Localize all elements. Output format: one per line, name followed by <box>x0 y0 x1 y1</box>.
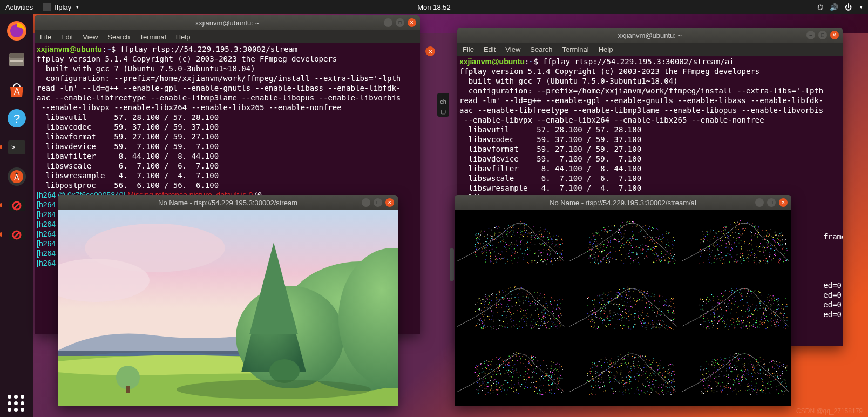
svg-rect-445 <box>656 237 657 237</box>
svg-rect-288 <box>561 238 562 238</box>
svg-rect-2445 <box>484 374 484 374</box>
svg-rect-449 <box>660 261 661 262</box>
minimize-icon[interactable]: – <box>806 31 815 39</box>
svg-rect-1443 <box>545 313 545 314</box>
svg-rect-1347 <box>503 298 503 298</box>
svg-rect-2089 <box>755 309 755 310</box>
activities-button[interactable]: Activities <box>5 3 33 11</box>
minimize-icon[interactable]: – <box>384 18 392 27</box>
dock-item-ffplay-2[interactable] <box>3 221 30 248</box>
menu-file[interactable]: File <box>463 45 474 53</box>
svg-rect-1921 <box>664 300 665 300</box>
dock-item-files[interactable] <box>3 46 30 73</box>
svg-rect-2042 <box>761 317 762 317</box>
svg-rect-794 <box>754 255 755 255</box>
svg-rect-2851 <box>633 365 634 366</box>
svg-rect-534 <box>670 247 670 247</box>
svg-rect-3409 <box>754 390 755 391</box>
close-icon[interactable]: ✕ <box>408 18 416 27</box>
svg-rect-2430 <box>525 366 525 366</box>
svg-rect-1754 <box>635 313 636 314</box>
svg-rect-2455 <box>484 383 484 384</box>
topbar-app-menu[interactable]: ffplay▾ <box>43 3 79 11</box>
svg-rect-2601 <box>487 364 488 364</box>
close-icon[interactable]: ✕ <box>830 31 839 39</box>
maximize-icon[interactable]: □ <box>374 198 382 207</box>
svg-rect-2109 <box>740 290 740 290</box>
menu-terminal[interactable]: Terminal <box>562 45 589 53</box>
terminal-1-titlebar[interactable]: xxjianvm@ubuntu: ~ – □ ✕ <box>35 15 420 30</box>
menu-view[interactable]: View <box>83 33 98 41</box>
svg-rect-2556 <box>556 387 557 387</box>
svg-rect-238 <box>484 236 485 236</box>
power-icon[interactable]: ⏻ <box>845 3 852 11</box>
close-icon[interactable]: ✕ <box>385 198 394 207</box>
menu-file[interactable]: File <box>40 33 51 41</box>
svg-rect-1903 <box>655 327 655 327</box>
svg-rect-302 <box>514 225 514 226</box>
svg-rect-2836 <box>664 373 664 373</box>
svg-rect-1401 <box>539 318 540 319</box>
svg-rect-365 <box>476 254 476 255</box>
network-icon[interactable]: ⌬ <box>817 3 823 11</box>
svg-rect-732 <box>602 239 602 239</box>
svg-rect-1046 <box>725 263 725 263</box>
svg-rect-1779 <box>641 323 642 324</box>
svg-rect-1554 <box>619 293 620 294</box>
svg-rect-1687 <box>657 324 657 325</box>
ffplay-2-video[interactable] <box>455 210 791 406</box>
menu-search[interactable]: Search <box>530 45 552 53</box>
chevron-down-icon[interactable]: ▾ <box>860 4 863 10</box>
dock-item-updater[interactable]: A <box>3 163 30 190</box>
minimize-icon[interactable]: – <box>755 198 764 207</box>
ffplay-window-1[interactable]: No Name - rtsp://54.229.195.3:30002/stre… <box>58 195 398 406</box>
menu-help[interactable]: Help <box>176 33 191 41</box>
svg-rect-2206 <box>710 300 710 301</box>
svg-rect-1541 <box>527 321 527 321</box>
svg-rect-1077 <box>782 244 783 245</box>
svg-rect-1613 <box>631 306 632 307</box>
maximize-icon[interactable]: □ <box>818 31 827 39</box>
show-apps-button[interactable] <box>8 395 24 412</box>
terminal-2-titlebar[interactable]: xxjianvm@ubuntu: ~ – □ ✕ <box>457 28 843 43</box>
svg-rect-895 <box>741 246 742 247</box>
dock-item-ffplay-1[interactable] <box>3 192 30 219</box>
svg-rect-533 <box>593 243 594 244</box>
svg-rect-2362 <box>478 371 479 371</box>
topbar-clock[interactable]: Mon 18:52 <box>417 3 450 11</box>
volume-icon[interactable]: 🔊 <box>830 3 838 11</box>
svg-rect-101 <box>497 236 498 237</box>
dock-item-help[interactable]: ? <box>3 105 30 132</box>
svg-rect-1417 <box>490 315 490 315</box>
menu-view[interactable]: View <box>505 45 520 53</box>
svg-rect-586 <box>655 252 655 252</box>
svg-rect-184 <box>506 233 506 233</box>
svg-rect-3397 <box>782 376 782 376</box>
close-icon[interactable]: ✕ <box>779 198 788 207</box>
svg-rect-2507 <box>490 364 490 365</box>
menu-help[interactable]: Help <box>599 45 613 53</box>
svg-rect-2293 <box>713 300 714 300</box>
svg-rect-1649 <box>642 315 642 316</box>
svg-rect-1397 <box>530 306 530 306</box>
dock-item-firefox[interactable] <box>3 17 30 44</box>
menu-edit[interactable]: Edit <box>61 33 73 41</box>
svg-rect-1669 <box>621 294 621 295</box>
svg-rect-1019 <box>784 253 785 253</box>
minimize-icon[interactable]: – <box>362 198 370 207</box>
ffplay-1-titlebar[interactable]: No Name - rtsp://54.229.195.3:30002/stre… <box>58 195 398 210</box>
ffplay-2-titlebar[interactable]: No Name - rtsp://54.229.195.3:30002/stre… <box>455 195 791 210</box>
svg-rect-2216 <box>720 319 721 320</box>
menu-search[interactable]: Search <box>107 33 130 41</box>
menu-terminal[interactable]: Terminal <box>140 33 166 41</box>
dock-item-software[interactable]: A <box>3 76 30 103</box>
svg-rect-64 <box>555 239 556 239</box>
ffplay-window-2[interactable]: No Name - rtsp://54.229.195.3:30002/stre… <box>455 195 791 406</box>
maximize-icon[interactable]: □ <box>767 198 776 207</box>
dock-item-terminal[interactable]: >_ <box>3 134 30 161</box>
menu-edit[interactable]: Edit <box>484 45 496 53</box>
svg-rect-2799 <box>647 378 647 379</box>
maximize-icon[interactable]: □ <box>396 18 404 27</box>
ffplay-1-video[interactable] <box>58 210 398 406</box>
svg-rect-3162 <box>765 389 766 389</box>
